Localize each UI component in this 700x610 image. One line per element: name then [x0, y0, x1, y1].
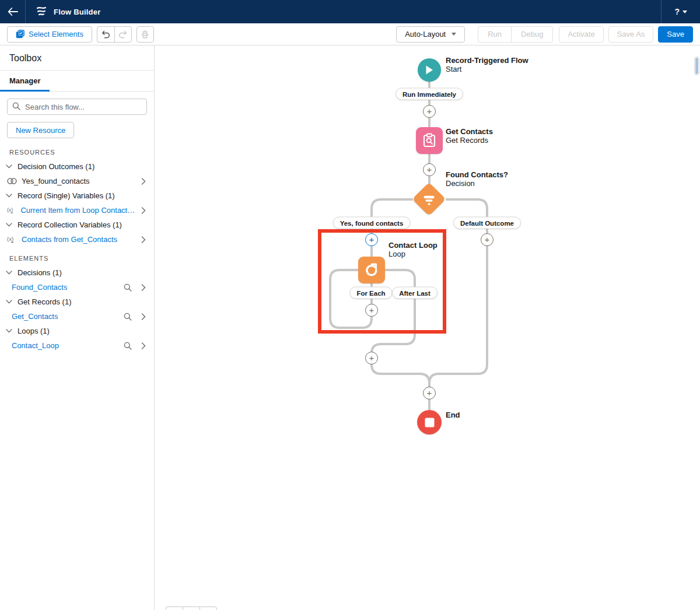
add-element-connector[interactable]: + [481, 233, 494, 246]
add-element-connector[interactable]: + [423, 163, 436, 176]
add-element-connector[interactable]: + [365, 352, 378, 364]
elements-section-header: ELEMENTS [0, 247, 154, 265]
find-in-canvas-icon[interactable] [124, 283, 132, 292]
chevron-down-icon [6, 194, 12, 198]
end-node-label: End [446, 411, 460, 419]
flow-canvas[interactable]: Record-Triggered FlowStart Run Immediate… [155, 45, 700, 610]
help-menu-button[interactable]: ? [662, 7, 700, 16]
get-contacts-node-label: Get ContactsGet Records [446, 127, 493, 145]
resources-tree: Decision Outcomes (1) Yes_found_contacts… [0, 159, 154, 247]
search-input[interactable] [7, 99, 147, 115]
variable-icon: (x) [7, 206, 16, 214]
zoom-fit-button[interactable] [183, 607, 200, 610]
canvas-zoom-controls [166, 607, 217, 610]
start-node[interactable] [418, 58, 441, 82]
chevron-down-icon [6, 271, 12, 275]
element-item[interactable]: Found_Contacts [0, 280, 154, 295]
select-elements-label: Select Elements [29, 30, 83, 38]
element-item[interactable]: Get_Contacts [0, 309, 154, 324]
select-elements-button[interactable]: Select Elements [7, 26, 92, 43]
find-in-canvas-icon[interactable] [124, 313, 132, 321]
zoom-out-button[interactable] [166, 607, 183, 610]
element-category[interactable]: Loops (1) [0, 324, 154, 338]
for-each-pill[interactable]: For Each [349, 287, 392, 299]
save-button[interactable]: Save [658, 26, 693, 43]
chevron-down-icon [6, 164, 12, 169]
decision-icon [423, 193, 436, 206]
toolbox-panel: Toolbox Manager New Resource RESOURCES D… [0, 45, 155, 610]
new-resource-button[interactable]: New Resource [7, 122, 74, 138]
default-outcome-pill[interactable]: Default Outcome [453, 217, 521, 229]
svg-text:(x): (x) [7, 207, 13, 213]
canvas-vertical-scrollbar[interactable] [694, 57, 699, 75]
help-icon: ? [674, 7, 680, 16]
resource-category[interactable]: Record Collection Variables (1) [0, 218, 154, 232]
run-button[interactable]: Run [478, 26, 511, 43]
resource-item[interactable]: (x) Contacts from Get_Contacts [0, 232, 154, 247]
global-header: Flow Builder ? [0, 0, 700, 23]
outcome-icon [7, 178, 17, 184]
redo-button[interactable] [114, 26, 132, 43]
add-element-connector[interactable]: + [423, 387, 436, 399]
search-icon [12, 102, 20, 113]
activate-button[interactable]: Activate [559, 26, 603, 43]
element-category[interactable]: Get Records (1) [0, 295, 154, 309]
toolbox-title: Toolbox [0, 45, 154, 70]
layout-mode-dropdown[interactable]: Auto-Layout [396, 26, 465, 43]
flow-settings-button[interactable] [136, 26, 154, 43]
undo-icon [102, 30, 110, 38]
resource-category[interactable]: Record (Single) Variables (1) [0, 188, 154, 203]
chevron-down-icon [452, 33, 456, 36]
contact-loop-node[interactable] [358, 257, 385, 283]
chevron-down-icon [6, 329, 12, 333]
toolbox-tabs: Manager [0, 71, 154, 92]
yes-outcome-pill[interactable]: Yes, found contacts [333, 217, 411, 229]
svg-text:(x): (x) [7, 236, 13, 242]
gear-icon [141, 30, 149, 38]
flow-toolbar: Select Elements Auto-Layout Run Debug Ac… [0, 23, 700, 45]
start-node-label: Record-Triggered FlowStart [446, 56, 528, 73]
elements-tree: Decisions (1) Found_Contacts Get Records… [0, 265, 154, 353]
app-title: Flow Builder [54, 8, 100, 16]
get-contacts-node[interactable] [416, 127, 443, 154]
get-records-icon [422, 133, 436, 148]
redo-icon [118, 30, 127, 38]
back-button[interactable] [0, 0, 26, 23]
save-as-button[interactable]: Save As [608, 26, 654, 43]
resource-item[interactable]: (x) Current Item from Loop Contact_Loop [0, 203, 154, 218]
tab-manager[interactable]: Manager [0, 71, 50, 92]
chevron-right-icon[interactable] [141, 178, 146, 185]
undo-button[interactable] [97, 26, 114, 43]
chevron-right-icon[interactable] [141, 342, 146, 349]
add-element-connector-highlighted[interactable]: + [365, 233, 378, 246]
run-immediately-pill[interactable]: Run Immediately [396, 88, 463, 100]
flow-builder-logo-icon [35, 6, 48, 17]
resource-item[interactable]: Yes_found_contacts [0, 174, 154, 188]
chevron-down-icon [6, 300, 12, 304]
add-element-connector[interactable]: + [423, 105, 436, 118]
end-node[interactable] [417, 410, 442, 434]
loop-icon [364, 262, 379, 278]
decision-node-label: Found Contacts?Decision [446, 170, 508, 188]
debug-button[interactable]: Debug [511, 26, 553, 43]
chevron-right-icon[interactable] [141, 313, 146, 320]
scrollbar-thumb[interactable] [695, 58, 698, 74]
stop-icon [425, 418, 435, 427]
chevron-right-icon[interactable] [141, 284, 146, 291]
contact-loop-node-label: Contact LoopLoop [388, 241, 438, 258]
select-elements-icon [16, 30, 24, 38]
resources-section-header: RESOURCES [0, 144, 154, 159]
element-item[interactable]: Contact_Loop [0, 338, 154, 353]
find-in-canvas-icon[interactable] [124, 342, 132, 350]
play-icon [425, 65, 434, 75]
layout-mode-label: Auto-Layout [405, 30, 446, 38]
arrow-left-icon [8, 8, 18, 16]
zoom-in-button[interactable] [200, 607, 217, 610]
resource-category[interactable]: Decision Outcomes (1) [0, 159, 154, 174]
variable-icon: (x) [7, 236, 17, 243]
element-category[interactable]: Decisions (1) [0, 265, 154, 280]
chevron-right-icon[interactable] [141, 236, 146, 243]
after-last-pill[interactable]: After Last [392, 287, 438, 299]
chevron-right-icon[interactable] [141, 207, 146, 214]
add-element-connector[interactable]: + [365, 304, 378, 317]
